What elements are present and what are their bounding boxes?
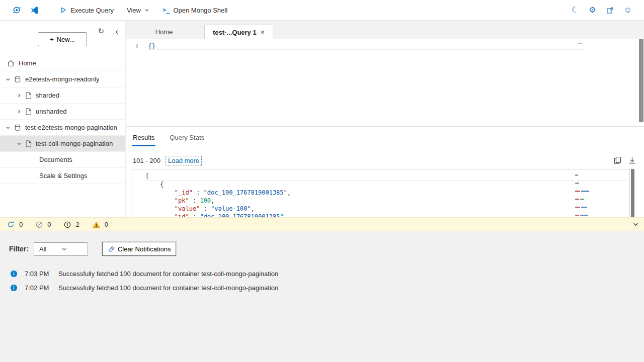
info-icon: [10, 270, 18, 278]
notifications-panel: Filter: All Clear Notifications 7:03 PM …: [0, 231, 644, 362]
tab-results[interactable]: Results: [133, 134, 154, 146]
sidebar-item-home[interactable]: Home: [0, 55, 125, 71]
results-scrollbar[interactable]: [631, 169, 634, 217]
sync-icon: [7, 221, 15, 228]
status-info[interactable]: 2: [64, 221, 79, 228]
results-tab-strip: Results Query Stats: [126, 127, 644, 146]
json-line: "pk" : 100,: [145, 197, 629, 205]
sidebar-item-label: test-coll-mongo-pagination: [36, 140, 113, 147]
status-blocked[interactable]: 0: [36, 221, 51, 228]
clear-notifications-label: Clear Notifications: [118, 245, 171, 253]
collection-icon: [25, 92, 32, 99]
chevron-down-icon: [15, 141, 23, 146]
filter-dropdown[interactable]: All: [34, 242, 88, 256]
sidebar-item-sharded[interactable]: sharded: [0, 87, 125, 104]
sidebar-item-label: Documents: [39, 156, 72, 163]
smiley-icon[interactable]: ☺: [624, 6, 632, 14]
vscode-logo-icon[interactable]: [30, 6, 39, 15]
chevron-down-icon: [61, 246, 84, 252]
sidebar-item-db-readonly[interactable]: e2etests-mongo-readonly: [0, 71, 125, 87]
database-icon: [14, 124, 21, 131]
editor-line: 1 {}: [126, 41, 634, 50]
chevron-down-icon: [4, 125, 12, 130]
blocked-icon: [36, 221, 43, 228]
clear-icon: [108, 245, 115, 253]
sidebar-item-label: sharded: [36, 92, 59, 99]
chevron-down-icon[interactable]: [632, 221, 639, 228]
new-button[interactable]: + New...: [38, 32, 87, 46]
notification-message: Successfully fetched 100 document for co…: [58, 284, 278, 292]
home-icon: [7, 60, 15, 67]
main-pane: Home test-...Query 1 × 1 {} Results Quer…: [126, 21, 644, 217]
status-info-count: 2: [75, 221, 79, 228]
sidebar-item-db-pagination[interactable]: test-e2etests-mongo-pagination: [0, 120, 125, 136]
download-icon[interactable]: [628, 156, 636, 164]
tab-query[interactable]: test-...Query 1 ×: [204, 25, 273, 39]
editor-minimap: [578, 43, 583, 44]
plus-icon: +: [50, 36, 54, 43]
query-editor[interactable]: 1 {}: [126, 39, 644, 126]
tab-strip: Home test-...Query 1 ×: [126, 21, 644, 39]
chevron-down-icon: [144, 8, 149, 13]
filter-value: All: [39, 245, 61, 253]
sidebar-item-label: test-e2etests-mongo-pagination: [25, 124, 117, 131]
info-icon: [10, 284, 18, 292]
database-icon: [14, 76, 21, 83]
sidebar-item-unsharded[interactable]: unsharded: [0, 104, 125, 120]
json-line: [: [145, 172, 629, 180]
editor-scrollbar[interactable]: [639, 39, 643, 122]
play-icon: [60, 7, 67, 14]
notification-row: 7:03 PM Successfully fetched 100 documen…: [0, 266, 644, 281]
topbar-right-actions: ☾ ⚙ ☺: [572, 6, 632, 14]
sidebar-item-documents[interactable]: Documents: [0, 152, 125, 168]
view-dropdown[interactable]: View: [127, 7, 149, 14]
sidebar-item-test-coll[interactable]: test-coll-mongo-pagination: [0, 136, 125, 152]
notification-time: 7:02 PM: [25, 284, 51, 292]
results-range: 101 - 200: [133, 157, 160, 164]
json-line: "id" : "doc_100_1767819001385",: [145, 213, 629, 217]
notification-list: 7:03 PM Successfully fetched 100 documen…: [0, 266, 644, 295]
gear-icon[interactable]: ⚙: [589, 6, 596, 14]
cosmosdb-logo-icon[interactable]: [12, 6, 21, 15]
topbar: Execute Query View >_ Open Mongo Shell ☾…: [0, 0, 644, 21]
notification-row: 7:02 PM Successfully fetched 100 documen…: [0, 281, 644, 295]
notification-time: 7:03 PM: [25, 270, 51, 278]
terminal-icon: >_: [163, 7, 170, 14]
json-lines: [ { "_id" : "doc_100_1767819001385", "pk…: [132, 169, 629, 217]
tab-home[interactable]: Home: [139, 25, 189, 39]
execute-query-label: Execute Query: [70, 7, 114, 14]
status-warning[interactable]: 0: [93, 221, 108, 228]
sidebar-toolbar: ↻ ‹ + New...: [0, 21, 125, 55]
chevron-right-icon: [15, 93, 23, 98]
sidebar-item-scale-settings[interactable]: Scale & Settings: [0, 168, 125, 184]
status-blocked-count: 0: [47, 221, 51, 228]
tab-query-stats[interactable]: Query Stats: [170, 134, 204, 146]
sidebar-item-label: e2etests-mongo-readonly: [25, 75, 99, 83]
collection-icon: [25, 140, 32, 147]
results-meta: 101 - 200 Load more: [133, 156, 202, 165]
sidebar-item-label: Scale & Settings: [39, 172, 87, 179]
refresh-icon[interactable]: ↻: [98, 27, 104, 35]
open-in-new-icon[interactable]: [606, 7, 614, 14]
copy-icon[interactable]: [614, 156, 621, 164]
collapse-sidebar-icon[interactable]: ‹: [115, 27, 118, 36]
open-mongo-shell-label: Open Mongo Shell: [173, 7, 227, 14]
editor-content: {}: [148, 42, 156, 50]
notifications-status-bar: 0 0 2 0: [0, 217, 644, 231]
status-running[interactable]: 0: [7, 221, 23, 228]
clear-notifications-button[interactable]: Clear Notifications: [102, 242, 177, 256]
load-more-link[interactable]: Load more: [166, 156, 202, 165]
status-running-count: 0: [19, 221, 23, 228]
results-json-view[interactable]: [ { "_id" : "doc_100_1767819001385", "pk…: [132, 169, 630, 217]
close-icon[interactable]: ×: [261, 28, 265, 36]
open-mongo-shell-button[interactable]: >_ Open Mongo Shell: [163, 7, 227, 14]
minimap: [575, 174, 595, 217]
line-number: 1: [126, 42, 148, 50]
execute-query-button[interactable]: Execute Query: [60, 7, 114, 14]
status-warning-count: 0: [105, 221, 108, 228]
tab-label: test-...Query 1: [213, 29, 257, 36]
json-line: "_id" : "doc_100_1767819001385",: [145, 189, 629, 197]
sidebar: ↻ ‹ + New... Home e2etests-mongo-readonl…: [0, 21, 126, 217]
moon-icon[interactable]: ☾: [572, 6, 579, 14]
warning-icon: [93, 221, 100, 228]
